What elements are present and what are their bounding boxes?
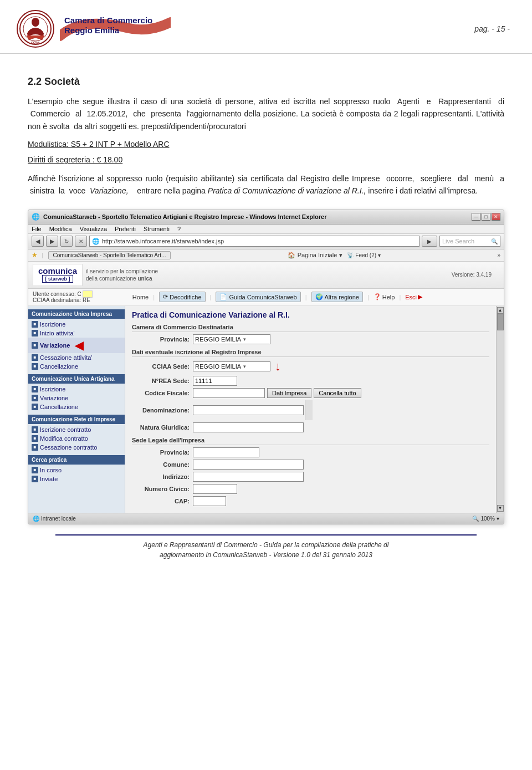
rights-text: Diritti di segreteria : € 18.00 bbox=[28, 154, 504, 167]
address-bar[interactable]: 🌐 http://starweb.infocamere.it/starweb/i… bbox=[89, 236, 420, 247]
forward-button[interactable]: ▶ bbox=[46, 236, 58, 247]
app-header: comunica [ starweb ] il servizio per la … bbox=[28, 262, 504, 289]
go-button[interactable]: ▶ bbox=[422, 236, 437, 247]
nav-sep5: | bbox=[399, 294, 401, 300]
search-placeholder: Live Search bbox=[442, 238, 474, 244]
sidebar-item-iscrizione2[interactable]: ■ Iscrizione bbox=[28, 385, 125, 394]
sidebar-icon-6: ■ bbox=[32, 386, 38, 392]
scroll-thumb[interactable] bbox=[497, 314, 504, 330]
provincia2-label: Provincia: bbox=[132, 449, 193, 456]
sidebar-item-cancellazione2[interactable]: ■ Cancellazione bbox=[28, 402, 125, 411]
nav-guida-icon: 📄 bbox=[219, 293, 227, 300]
nav-links: Home | ⟳ Decodifiche | 📄 Guida ComunicaS… bbox=[132, 292, 422, 302]
nrea-input[interactable] bbox=[193, 376, 237, 386]
sidebar-item-label-cessazione: Cessazione attivita' bbox=[40, 354, 92, 361]
menu-modifica[interactable]: Modifica bbox=[49, 226, 72, 232]
toolbar-extra: » bbox=[497, 252, 500, 258]
browser-toolbar: ◀ ▶ ↻ ✕ 🌐 http://starweb.infocamere.it/s… bbox=[28, 234, 504, 249]
nav-sep3: | bbox=[305, 294, 307, 300]
numero-civico-input[interactable] bbox=[193, 484, 237, 494]
favorites-tab[interactable]: ComunicaStarweb - Sportello Telematico A… bbox=[48, 251, 171, 259]
cap-input[interactable] bbox=[193, 496, 226, 506]
sidebar-icon-12: ■ bbox=[32, 467, 38, 473]
cciaa-sede-label: CCIAA Sede: bbox=[132, 363, 193, 370]
sidebar-item-cessazione-contratto[interactable]: ■ Cessazione contratto bbox=[28, 443, 125, 452]
search-box[interactable]: Live Search 🔍 bbox=[439, 236, 500, 247]
comune-input[interactable] bbox=[193, 460, 304, 470]
nav-decodifiche-btn[interactable]: ⟳ Decodifiche bbox=[159, 292, 205, 302]
page-footer: Agenti e Rappresentanti di Commercio - G… bbox=[55, 534, 477, 560]
nav-esci-btn[interactable]: Esci ▶ bbox=[405, 293, 422, 300]
menu-help[interactable]: ? bbox=[177, 226, 181, 232]
provincia2-input[interactable] bbox=[193, 447, 259, 457]
app-logo-area: comunica [ starweb ] il servizio per la … bbox=[33, 264, 158, 286]
logo-text-area: Camera di Commercio Reggio Emilia bbox=[60, 11, 171, 47]
sidebar-item-cancellazione1[interactable]: ■ Cancellazione bbox=[28, 362, 125, 371]
close-button[interactable]: ✕ bbox=[492, 213, 500, 221]
nav-help[interactable]: ❓ Help bbox=[374, 293, 395, 300]
pagina-dropdown-icon: ▾ bbox=[339, 252, 342, 259]
sidebar-icon-3: ■ bbox=[32, 342, 38, 349]
menu-preferiti[interactable]: Preferiti bbox=[115, 226, 136, 232]
refresh-button[interactable]: ↻ bbox=[60, 236, 73, 247]
sidebar-item-variazione1[interactable]: ■ Variazione ◀ bbox=[28, 338, 125, 353]
form-row-indirizzo: Indirizzo: bbox=[132, 472, 489, 482]
dati-impresa-button[interactable]: Dati Impresa bbox=[267, 388, 311, 398]
feed-btn[interactable]: 📡 Feed (2) ▾ bbox=[347, 252, 381, 258]
menu-visualizza[interactable]: Visualizza bbox=[80, 226, 107, 232]
sidebar-item-iscrizione1[interactable]: ■ Iscrizione bbox=[28, 320, 125, 329]
svg-text:Camera di Commercio: Camera di Commercio bbox=[64, 16, 152, 25]
sidebar-icon-5: ■ bbox=[32, 363, 38, 370]
nrea-label: N°REA Sede: bbox=[132, 378, 193, 384]
cciaa-sede-select[interactable]: REGGIO EMILIA ▾ bbox=[193, 361, 270, 371]
back-button[interactable]: ◀ bbox=[32, 236, 44, 247]
zoom-value: 100% bbox=[480, 516, 495, 522]
sidebar-item-label-mod-contratto: Modifica contratto bbox=[40, 435, 88, 442]
menu-strumenti[interactable]: Strumenti bbox=[144, 226, 170, 232]
nav-altra-label: Altra regione bbox=[325, 294, 359, 300]
scroll-down-btn[interactable]: ▼ bbox=[497, 505, 504, 512]
nav-guida-label: Guida ComunicaStarweb bbox=[229, 294, 296, 300]
nav-sep4: | bbox=[367, 294, 369, 300]
status-intranet: 🌐 Intranet locale bbox=[33, 516, 76, 522]
browser-title: ComunicaStarweb - Sportello Telematico A… bbox=[43, 213, 327, 220]
feed-label: Feed (2) bbox=[355, 252, 376, 258]
denominazione-input[interactable] bbox=[193, 405, 304, 415]
menu-file[interactable]: File bbox=[32, 226, 42, 232]
pagina-iniziale-btn[interactable]: 🏠 Pagina Iniziale ▾ bbox=[288, 252, 343, 259]
stop-button[interactable]: ✕ bbox=[75, 236, 87, 247]
favorites-bar: ★ | ComunicaStarweb - Sportello Telemati… bbox=[28, 249, 504, 262]
cciaa-dest: CCIAA destinataria: RE bbox=[33, 297, 93, 303]
natura-giuridica-input[interactable] bbox=[193, 422, 304, 432]
sidebar-item-variazione2[interactable]: ■ Variazione bbox=[28, 394, 125, 402]
sidebar-item-iscrizione-contratto[interactable]: ■ Iscrizione contratto bbox=[28, 425, 125, 434]
sidebar-icon-7: ■ bbox=[32, 395, 38, 401]
sidebar-section4-title: Cerca pratica bbox=[28, 455, 125, 465]
form-section1-title: Camera di Commercio Destinataria bbox=[132, 324, 489, 332]
sidebar-item-inviate[interactable]: ■ Inviate bbox=[28, 475, 125, 483]
scroll-up-btn[interactable]: ▲ bbox=[497, 307, 504, 314]
cap-label: CAP: bbox=[132, 498, 193, 504]
body-paragraph-2: Affinchè l'iscrizione al soppresso ruolo… bbox=[28, 172, 504, 197]
codice-fiscale-label: Codice Fiscale: bbox=[132, 390, 193, 396]
nav-altra-btn[interactable]: 🌍 Altra regione bbox=[311, 292, 363, 302]
indirizzo-input[interactable] bbox=[193, 472, 304, 482]
codice-fiscale-input[interactable] bbox=[193, 388, 265, 398]
nav-home[interactable]: Home bbox=[132, 294, 149, 300]
sidebar-item-cessazione-attivita[interactable]: ■ Cessazione attivita' bbox=[28, 353, 125, 362]
minimize-button[interactable]: ─ bbox=[472, 213, 480, 221]
sidebar-item-inizio-attivita[interactable]: ■ Inizio attivita' bbox=[28, 329, 125, 338]
section-title: 2.2 Società bbox=[28, 76, 504, 88]
cancella-tutto-button[interactable]: Cancella tutto bbox=[314, 388, 361, 398]
right-scrollbar[interactable]: ▲ ▼ bbox=[496, 306, 504, 513]
sidebar-item-in-corso[interactable]: ■ In corso bbox=[28, 466, 125, 475]
sidebar-item-label-cancellazione1: Cancellazione bbox=[40, 363, 78, 370]
nav-guida-btn[interactable]: 📄 Guida ComunicaStarweb bbox=[216, 292, 300, 302]
form-row-comune: Comune: bbox=[132, 460, 489, 470]
sidebar-item-label-inizio: Inizio attivita' bbox=[40, 330, 75, 336]
user-label: Utente connesso: C bbox=[33, 291, 81, 297]
provincia-select[interactable]: REGGIO EMILIA ▾ bbox=[193, 334, 270, 344]
sidebar-item-modifica-contratto[interactable]: ■ Modifica contratto bbox=[28, 434, 125, 443]
maximize-button[interactable]: □ bbox=[482, 213, 490, 221]
user-info: Utente connesso: C CCIAA destinataria: R… bbox=[33, 291, 93, 303]
